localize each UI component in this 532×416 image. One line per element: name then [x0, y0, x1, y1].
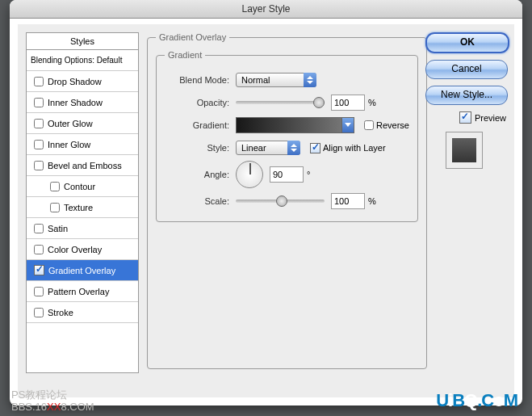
style-outer-glow[interactable]: Outer Glow: [27, 113, 138, 134]
style-gradient-overlay[interactable]: Gradient Overlay: [27, 260, 138, 281]
align-checkbox[interactable]: [310, 143, 320, 153]
check-contour[interactable]: [50, 182, 60, 191]
degree-unit: °: [307, 170, 310, 179]
opacity-label: Opacity:: [165, 98, 229, 107]
check-drop-shadow[interactable]: [34, 77, 44, 86]
reverse-checkbox[interactable]: [364, 120, 374, 130]
style-color-overlay[interactable]: Color Overlay: [27, 239, 138, 260]
watermark: PS教程论坛 BBS.16XX8.COM: [11, 389, 94, 413]
scale-slider[interactable]: [236, 200, 325, 203]
check-satin[interactable]: [34, 224, 44, 233]
style-pattern-overlay[interactable]: Pattern Overlay: [27, 281, 138, 302]
gradient-overlay-section: Gradient Overlay Gradient Blend Mode: No…: [147, 32, 427, 369]
check-pattern-overlay[interactable]: [34, 287, 44, 296]
align-label: Align with Layer: [323, 143, 386, 153]
style-label: Style:: [165, 143, 229, 153]
style-stroke[interactable]: Stroke: [27, 302, 138, 323]
group-title: Gradient: [165, 50, 205, 60]
blend-mode-select[interactable]: Normal: [236, 73, 316, 87]
ok-button[interactable]: OK: [425, 32, 509, 53]
styles-list: Styles Blending Options: Default Drop Sh…: [26, 32, 139, 373]
style-drop-shadow[interactable]: Drop Shadow: [27, 71, 138, 92]
scale-label: Scale:: [165, 196, 229, 206]
style-inner-shadow[interactable]: Inner Shadow: [27, 92, 138, 113]
new-style-button[interactable]: New Style...: [425, 86, 508, 105]
style-select[interactable]: Linear: [236, 141, 300, 155]
style-bevel-emboss[interactable]: Bevel and Emboss: [27, 155, 138, 176]
styles-header[interactable]: Styles: [27, 33, 138, 50]
style-texture[interactable]: Texture: [27, 197, 138, 218]
preview-swatch: [446, 132, 483, 169]
blending-options[interactable]: Blending Options: Default: [27, 50, 138, 71]
dialog-title: Layer Style: [10, 0, 522, 19]
style-inner-glow[interactable]: Inner Glow: [27, 134, 138, 155]
gradient-group: Gradient Blend Mode: Normal Opacity: % G…: [156, 50, 418, 222]
check-bevel-emboss[interactable]: [34, 161, 44, 170]
gradient-swatch[interactable]: [236, 117, 342, 133]
cancel-button[interactable]: Cancel: [425, 60, 508, 79]
gradient-label: Gradient:: [165, 120, 229, 130]
gradient-dropdown-icon[interactable]: [342, 117, 354, 133]
check-stroke[interactable]: [34, 308, 44, 317]
percent-unit-2: %: [368, 196, 376, 206]
check-gradient-overlay[interactable]: [34, 265, 44, 275]
preview-label: Preview: [475, 113, 506, 123]
scale-field[interactable]: [331, 193, 365, 209]
opacity-field[interactable]: [331, 95, 365, 111]
angle-label: Angle:: [165, 170, 229, 179]
angle-field[interactable]: [270, 166, 304, 183]
style-contour[interactable]: Contour: [27, 176, 138, 197]
section-title: Gradient Overlay: [156, 32, 229, 42]
reverse-label: Reverse: [376, 120, 409, 130]
opacity-slider[interactable]: [236, 101, 325, 104]
check-inner-shadow[interactable]: [34, 98, 44, 107]
style-satin[interactable]: Satin: [27, 218, 138, 239]
angle-dial[interactable]: [236, 161, 263, 188]
check-outer-glow[interactable]: [34, 119, 44, 128]
check-texture[interactable]: [50, 203, 60, 212]
check-inner-glow[interactable]: [34, 140, 44, 149]
percent-unit: %: [368, 98, 376, 107]
preview-checkbox[interactable]: [459, 111, 471, 124]
check-color-overlay[interactable]: [34, 245, 44, 254]
site-logo: UiBQ.CoM: [436, 390, 517, 411]
blend-mode-label: Blend Mode:: [165, 75, 229, 85]
